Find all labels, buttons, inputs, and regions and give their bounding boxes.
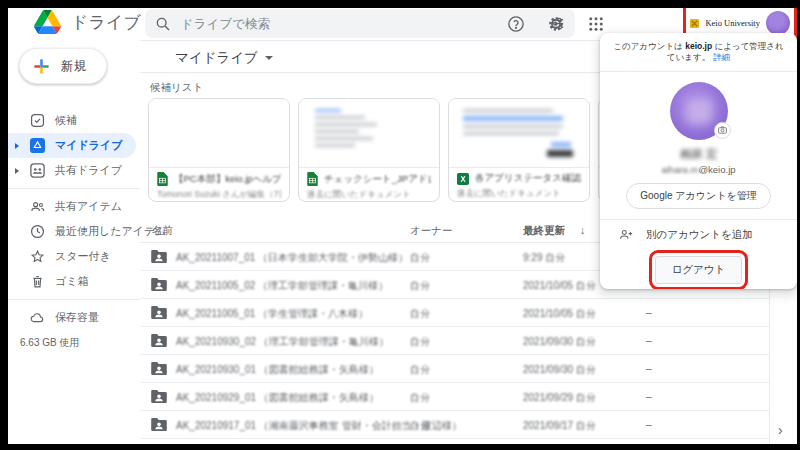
chevron-down-icon (265, 56, 273, 60)
table-row[interactable]: AK_20211005_01 （学生管理課・八木様） 自分 2021/10/05… (140, 299, 769, 327)
details-link[interactable]: 詳細 (713, 52, 730, 62)
table-row[interactable]: AK_20210929_01 （図書館総務課・矢島様） 自分 2021/09/2… (140, 383, 769, 411)
expand-panel-chevron-icon[interactable]: › (778, 422, 783, 438)
sidebar-item-my-drive[interactable]: マイドライブ (8, 133, 136, 158)
card-subtitle: 過去に開いたドキュメント (457, 188, 581, 200)
manage-account-button[interactable]: Google アカウントを管理 (626, 183, 770, 209)
storage-used-text: 6.63 GB 使用 (20, 336, 152, 350)
trash-icon (30, 274, 45, 289)
table-row[interactable]: AK_20210930_02 （理工学部管理課・亀川様） 自分 2021/09/… (140, 327, 769, 355)
sidebar-item-starred[interactable]: スター付き (8, 244, 140, 269)
column-header-modified[interactable]: 最終更新 (523, 224, 565, 238)
sheets-icon (307, 172, 318, 186)
page-title-dropdown[interactable]: マイドライブ (175, 49, 273, 67)
shared-folder-icon (151, 278, 167, 291)
person-add-icon (618, 228, 633, 241)
screenshot-frame: ドライブ (0, 0, 800, 450)
shared-folder-icon (151, 250, 167, 263)
clock-icon (30, 224, 45, 239)
suggestion-card[interactable]: 【PC本部】keio.jpヘルプデ… Tomonori Suzuki さんが編集… (148, 98, 290, 202)
camera-icon (718, 126, 727, 134)
account-popup: このアカウントは keio.jp によって管理されています。詳細 相原 宏 ai… (600, 33, 797, 289)
suggestion-card[interactable]: チェックシート_JPアドレス… 過去に開いたドキュメント (298, 98, 440, 202)
table-row[interactable]: AK_20210917_01 （湘南藤沢事務室 管財・会計担当・渡辺様） 自分 … (140, 411, 769, 439)
topbar-actions (507, 8, 605, 40)
column-header-owner[interactable]: オーナー (410, 224, 453, 238)
suggestions-label: 候補リスト (150, 81, 203, 95)
card-thumbnail (299, 99, 439, 168)
sidebar-item-shared-drives[interactable]: 共有ドライブ (8, 158, 140, 183)
search-icon (155, 16, 171, 32)
check-circle-icon (30, 113, 45, 128)
google-drive-window: ドライブ (8, 8, 797, 444)
star-icon (30, 249, 45, 264)
card-thumbnail (449, 99, 589, 168)
card-title: チェックシート_JPアドレス… (324, 173, 431, 186)
my-drive-icon (30, 138, 45, 153)
cloud-icon (30, 310, 45, 325)
new-button[interactable]: 新規 (19, 48, 107, 84)
new-button-label: 新規 (61, 58, 86, 75)
avatar[interactable] (766, 11, 790, 35)
card-subtitle: 過去に開いたドキュメント (307, 189, 431, 201)
divider (8, 188, 140, 189)
apps-grid-icon[interactable] (587, 15, 605, 33)
expand-arrow-icon[interactable] (15, 143, 19, 149)
sidebar-item-suggestions[interactable]: 候補 (8, 108, 140, 133)
shared-folder-icon (151, 418, 167, 431)
expand-arrow-icon[interactable] (15, 168, 19, 174)
shared-folder-icon (151, 334, 167, 347)
managed-account-notice: このアカウントは keio.jp によって管理されています。詳細 (600, 33, 797, 72)
excel-icon (457, 173, 469, 185)
divider (8, 299, 140, 300)
table-row[interactable]: AK_20210916_01 （図書館総務課・矢島様） 自分 2021/09/1… (140, 439, 769, 444)
logout-button[interactable]: ログアウト (655, 256, 743, 284)
account-display-name: 相原 宏 (600, 147, 797, 162)
search-input[interactable] (181, 17, 550, 31)
page-title: マイドライブ (175, 49, 258, 67)
drive-logo[interactable]: ドライブ (34, 10, 141, 34)
card-subtitle: Tomonori Suzuki さんが編集（7日） (157, 189, 281, 201)
help-icon[interactable] (507, 15, 525, 33)
keio-crest-icon (690, 19, 699, 28)
app-name: ドライブ (71, 11, 141, 34)
shared-folder-icon (151, 306, 167, 319)
card-thumbnail (149, 99, 289, 168)
table-row[interactable]: AK_20210930_01 （図書館総務課・矢島様） 自分 2021/09/3… (140, 355, 769, 383)
settings-gear-icon[interactable] (547, 15, 565, 33)
account-email: aihara.m@keio.jp (600, 164, 797, 175)
sort-descending-icon[interactable]: ↓ (580, 224, 585, 236)
shared-folder-icon (151, 362, 167, 375)
card-title: 各アプリステータス確認記… (475, 172, 581, 185)
avatar-large (670, 82, 728, 140)
suggestion-card[interactable]: 各アプリステータス確認記… 過去に開いたドキュメント (448, 98, 590, 202)
shared-drive-icon (30, 163, 45, 178)
add-account-label: 別のアカウントを追加 (646, 228, 753, 242)
add-account-item[interactable]: 別のアカウントを追加 (600, 220, 797, 250)
shared-folder-icon (151, 390, 167, 403)
drive-triangle-icon (34, 10, 61, 34)
org-name: Keio University (705, 18, 760, 28)
sidebar-item-trash[interactable]: ゴミ箱 (8, 269, 140, 294)
card-title: 【PC本部】keio.jpヘルプデ… (174, 173, 281, 186)
sidebar-item-storage[interactable]: 保存容量 (8, 305, 140, 330)
sidebar: 新規 候補 マイドライブ (8, 40, 140, 444)
sheets-icon (157, 172, 168, 186)
sidebar-item-shared-with-me[interactable]: 共有アイテム (8, 194, 140, 219)
sidebar-nav: 候補 マイドライブ 共有ドライブ (8, 108, 140, 350)
change-photo-button[interactable] (714, 122, 731, 139)
people-icon (30, 199, 45, 214)
plus-multicolor-icon (32, 57, 51, 76)
sidebar-item-recent[interactable]: 最近使用したアイテム (8, 219, 140, 244)
